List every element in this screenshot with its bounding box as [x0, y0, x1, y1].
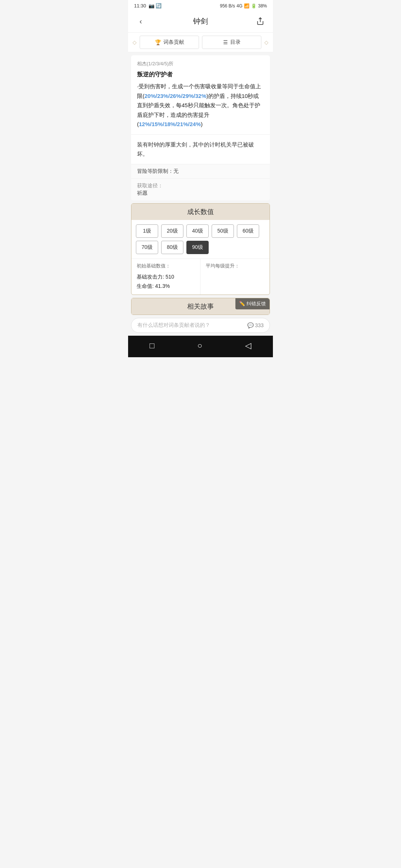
obtain-info-row: 获取途径： 祈愿	[131, 179, 270, 200]
story-section: 相关故事 ✏️ 纠错反馈	[131, 298, 270, 315]
obtain-value: 祈愿	[137, 190, 264, 197]
right-diamond-icon: ◇	[264, 39, 268, 45]
avg-stats-col: 平均每级提升：	[200, 259, 270, 295]
hp-value: 41.3%	[155, 283, 170, 289]
signal-icon: 📶	[244, 3, 250, 9]
skill-desc-after: )	[201, 121, 203, 127]
comment-count: 333	[255, 322, 264, 328]
description-section: 相杰(1/2/3/4/5)所 叛逆的守护者 ·受到伤害时，生成一个伤害吸收量等同…	[131, 55, 270, 135]
level-buttons-container: 1级20级40级50级60级70级80级90级	[131, 220, 270, 259]
network-type: 4G	[237, 3, 242, 9]
battery-level: 38%	[258, 3, 267, 9]
avg-label: 平均每级提升：	[206, 263, 264, 269]
nav-back-button[interactable]: ◁	[245, 341, 251, 351]
status-bar: 11:30 📷 🔄 956 B/s 4G 📶 🔋 38%	[128, 0, 273, 11]
contribution-label: 词条贡献	[163, 39, 184, 46]
toc-label: 目录	[230, 39, 241, 46]
obtain-label: 获取途径：	[137, 183, 264, 189]
level-button-80[interactable]: 80级	[161, 241, 183, 254]
skill-description: ·受到伤害时，生成一个伤害吸收量等同于生命值上限(20%/23%/26%/29%…	[137, 82, 264, 129]
adventure-label: 冒险等阶限制：	[137, 168, 173, 174]
comment-placeholder[interactable]: 有什么话想对词条贡献者说的？	[137, 322, 247, 329]
hp-row: 生命值: 41.3%	[137, 282, 195, 291]
main-content: 相杰(1/2/3/4/5)所 叛逆的守护者 ·受到伤害时，生成一个伤害吸收量等同…	[131, 55, 270, 200]
nav-bar: □ ○ ◁	[128, 336, 273, 357]
comment-count-container[interactable]: 💬 333	[247, 322, 264, 328]
status-time: 11:30	[134, 3, 146, 9]
growth-title: 成长数值	[131, 204, 270, 220]
stats-table: 初始基础数值： 基础攻击力: 510 生命值: 41.3% 平均每级提升：	[131, 259, 270, 295]
skill-values-1: 20%/23%/26%/29%/32%	[144, 93, 206, 99]
status-right: 956 B/s 4G 📶 🔋 38%	[220, 3, 267, 9]
base-stats-col: 初始基础数值： 基础攻击力: 510 生命值: 41.3%	[131, 259, 200, 295]
hp-label: 生命值:	[137, 283, 155, 289]
feedback-label: 纠错反馈	[247, 300, 266, 307]
page-title: 钟剑	[147, 16, 254, 26]
left-diamond-icon: ◇	[133, 39, 137, 45]
atk-row: 基础攻击力: 510	[137, 272, 195, 282]
growth-section: 成长数值 1级20级40级50级60级70级80级90级 初始基础数值： 基础攻…	[131, 203, 270, 295]
atk-label: 基础攻击力:	[137, 274, 166, 280]
level-button-70[interactable]: 70级	[136, 241, 158, 254]
status-icons: 📷 🔄	[149, 3, 162, 9]
trophy-icon: 🏆	[155, 39, 161, 45]
adventure-info-row: 冒险等阶限制：无	[131, 164, 270, 179]
tab-contribution[interactable]: 🏆 词条贡献	[140, 36, 199, 49]
nav-square-button[interactable]: □	[150, 341, 154, 351]
level-button-40[interactable]: 40级	[186, 224, 209, 238]
atk-value: 510	[166, 274, 174, 280]
level-button-20[interactable]: 20级	[161, 224, 183, 238]
feedback-button[interactable]: ✏️ 纠错反馈	[235, 298, 270, 309]
level-button-90[interactable]: 90级	[186, 241, 209, 254]
tab-bar: ◇ 🏆 词条贡献 ☰ 目录 ◇	[128, 33, 273, 52]
share-button[interactable]	[254, 14, 267, 28]
base-label: 初始基础数值：	[137, 263, 195, 269]
status-left: 11:30 📷 🔄	[134, 3, 162, 9]
header: ‹ 钟剑	[128, 11, 273, 33]
comment-bar: 有什么话想对词条贡献者说的？ 💬 333	[131, 318, 270, 333]
base-values: 基础攻击力: 510 生命值: 41.3%	[137, 272, 195, 291]
level-button-60[interactable]: 60级	[237, 224, 259, 238]
list-icon: ☰	[223, 39, 228, 45]
battery-icon: 🔋	[251, 3, 257, 9]
nav-home-button[interactable]: ○	[198, 341, 202, 351]
lore-section: 装有时钟的厚重大剑，其中的计时机关早已被破坏。	[131, 135, 270, 164]
comment-icon: 💬	[247, 322, 254, 328]
edit-icon: ✏️	[239, 301, 245, 306]
lore-text: 装有时钟的厚重大剑，其中的计时机关早已被破坏。	[137, 140, 264, 159]
level-button-1[interactable]: 1级	[136, 224, 158, 238]
adventure-value: 无	[173, 168, 179, 174]
skill-values-2: 12%/15%/18%/21%/24%	[139, 121, 201, 127]
skill-name: 叛逆的守护者	[137, 71, 264, 79]
tab-toc[interactable]: ☰ 目录	[202, 36, 261, 49]
network-speed: 956 B/s	[220, 3, 235, 9]
acquire-hint: 相杰(1/2/3/4/5)所	[137, 60, 264, 67]
level-button-50[interactable]: 50级	[212, 224, 234, 238]
back-button[interactable]: ‹	[134, 14, 147, 28]
